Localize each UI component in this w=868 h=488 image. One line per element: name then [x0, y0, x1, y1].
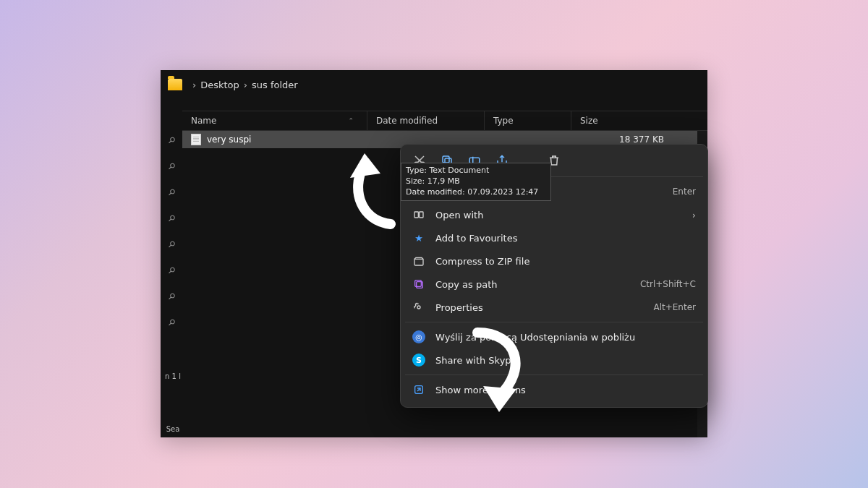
properties-icon [412, 301, 425, 314]
copy-path-icon [412, 278, 425, 291]
nav-sidebar: ⚲ ⚲ ⚲ ⚲ ⚲ ⚲ ⚲ ⚲ n 1 l Sea [161, 128, 182, 437]
menu-compress-zip[interactable]: Compress to ZIP file [401, 249, 707, 273]
pin-icon[interactable]: ⚲ [166, 239, 177, 250]
folder-icon [168, 79, 182, 90]
breadcrumb-folder[interactable]: sus folder [252, 80, 298, 90]
sidebar-cut-label: n 1 l [165, 372, 181, 380]
menu-copy-as-path[interactable]: Copy as path Ctrl+Shift+C [401, 273, 707, 296]
menu-label: Add to Favourites [435, 233, 517, 244]
menu-share-skype[interactable]: S Share with Skype [401, 348, 707, 372]
menu-open-with[interactable]: Open with › [401, 203, 707, 226]
chevron-right-icon: › [692, 210, 696, 221]
menu-nearby-share[interactable]: ◎ Wyślij za pomocą Udostępniania w pobli… [401, 325, 707, 348]
chevron-right-icon: › [244, 80, 247, 90]
tooltip-line: Type: Text Document [406, 166, 546, 176]
svg-rect-9 [415, 281, 422, 287]
menu-label: Open with [435, 210, 483, 221]
tooltip-line: Date modified: 07.09.2023 12:47 [406, 187, 546, 198]
menu-label: Copy as path [435, 279, 498, 290]
text-document-icon [191, 134, 201, 145]
breadcrumb-desktop[interactable]: Desktop [200, 80, 239, 90]
col-size[interactable]: Size [571, 111, 707, 130]
col-name[interactable]: Name⌃ [182, 111, 367, 130]
menu-properties[interactable]: Properties Alt+Enter [401, 296, 707, 319]
annotation-arrow-up [340, 145, 427, 231]
menu-show-more-options[interactable]: Show more options [401, 378, 707, 401]
skype-icon: S [412, 354, 425, 367]
pin-icon[interactable]: ⚲ [166, 317, 177, 328]
zip-icon [412, 254, 425, 267]
svg-point-10 [417, 306, 420, 309]
file-size: 18 377 KB [571, 134, 707, 145]
chevron-right-icon: › [192, 80, 196, 90]
svg-rect-8 [417, 282, 423, 288]
svg-rect-3 [443, 156, 449, 163]
star-icon: ★ [412, 231, 425, 244]
menu-add-favourites[interactable]: ★ Add to Favourites [401, 226, 707, 249]
annotation-arrow-down [448, 325, 542, 419]
show-more-icon [412, 383, 425, 396]
column-headers: Name⌃ Date modified Type Size [182, 111, 707, 131]
pin-icon[interactable]: ⚲ [166, 187, 177, 198]
menu-shortcut: Ctrl+Shift+C [640, 279, 696, 289]
pin-icon[interactable]: ⚲ [166, 291, 177, 302]
sidebar-cut-label: Sea [166, 425, 180, 433]
menu-label: Properties [435, 302, 483, 313]
tooltip-line: Size: 17,9 MB [406, 176, 546, 187]
col-date-modified[interactable]: Date modified [367, 111, 485, 130]
menu-separator [405, 322, 703, 322]
pin-icon[interactable]: ⚲ [166, 213, 177, 224]
col-type[interactable]: Type [485, 111, 571, 130]
menu-shortcut: Enter [673, 187, 696, 197]
pin-icon[interactable]: ⚲ [166, 265, 177, 276]
pin-icon[interactable]: ⚲ [166, 134, 177, 146]
sort-indicator-icon: ⌃ [348, 117, 354, 124]
menu-shortcut: Alt+Enter [653, 302, 696, 312]
file-name: very suspi [207, 134, 251, 145]
address-bar[interactable]: › Desktop › sus folder [161, 70, 707, 99]
nearby-share-icon: ◎ [412, 330, 425, 343]
pin-icon[interactable]: ⚲ [166, 160, 177, 172]
menu-label: Compress to ZIP file [435, 256, 529, 267]
